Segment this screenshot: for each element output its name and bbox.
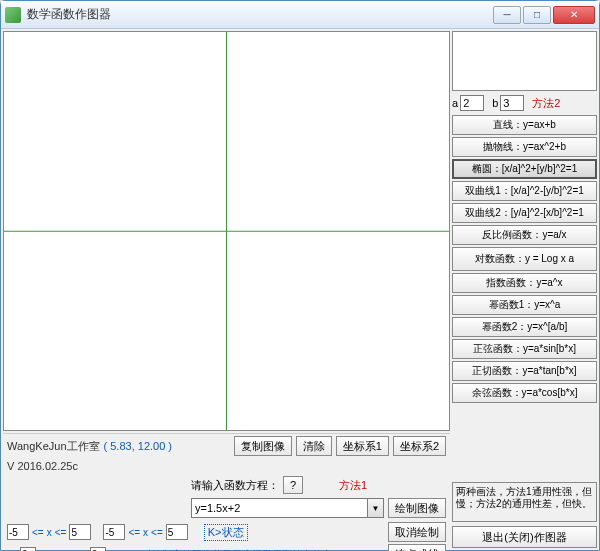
- app-icon: [5, 7, 21, 23]
- formula-input[interactable]: [191, 498, 368, 518]
- window-title: 数学函数作图器: [27, 6, 491, 23]
- coord1-button[interactable]: 坐标系1: [336, 436, 389, 456]
- formula-combobox[interactable]: ▼: [191, 498, 384, 518]
- version-label: V 2016.02.25c: [7, 460, 78, 472]
- method1-label: 方法1: [339, 478, 367, 493]
- fn-power2-button[interactable]: 幂函数2：y=x^[a/b]: [452, 317, 597, 337]
- b-input[interactable]: [500, 95, 524, 111]
- x-hi-input[interactable]: [69, 524, 91, 540]
- cancel-draw-button[interactable]: 取消绘制: [388, 522, 446, 542]
- method2-label: 方法2: [532, 96, 560, 111]
- fn-tan-button[interactable]: 正切函数：y=a*tan[b*x]: [452, 361, 597, 381]
- preview-box: [452, 31, 597, 91]
- workshop-label: WangKeJun工作室: [7, 439, 100, 454]
- method-description: 两种画法，方法1通用性强，但慢；方法2的通用性差，但快。: [452, 482, 597, 522]
- titlebar: 数学函数作图器 ─ □ ✕: [1, 1, 599, 29]
- x-lo-input[interactable]: [7, 524, 29, 540]
- fn-sin-button[interactable]: 正弦函数：y=a*sin[b*x]: [452, 339, 597, 359]
- coord2-button[interactable]: 坐标系2: [393, 436, 446, 456]
- cursor-coords: ( 5.83, 12.00 ): [104, 440, 173, 452]
- y-lo-input[interactable]: [103, 524, 125, 540]
- le-icon: <=: [32, 527, 44, 538]
- y-var: x: [143, 527, 148, 538]
- connect-dots-button[interactable]: 连点成线: [388, 544, 446, 551]
- fn-cos-button[interactable]: 余弦函数：y=a*cos[b*x]: [452, 383, 597, 403]
- fn-power1-button[interactable]: 幂函数1：y=x^a: [452, 295, 597, 315]
- fn-hyperbola2-button[interactable]: 双曲线2：[y/a]^2-[x/b]^2=1: [452, 203, 597, 223]
- plot-canvas[interactable]: [3, 31, 450, 431]
- help-button[interactable]: ?: [283, 476, 303, 494]
- exit-button[interactable]: 退出(关闭)作图器: [452, 526, 597, 548]
- le-icon: <=: [55, 527, 67, 538]
- formula-dropdown-icon[interactable]: ▼: [368, 498, 384, 518]
- le-icon: <=: [128, 527, 140, 538]
- fn-inverse-button[interactable]: 反比例函数：y=a/x: [452, 225, 597, 245]
- fn-line-button[interactable]: 直线：y=ax+b: [452, 115, 597, 135]
- fn-ellipse-button[interactable]: 椭圆：[x/a]^2+[y/b]^2=1: [452, 159, 597, 179]
- status-indicator: K>状态: [204, 524, 248, 541]
- fn-log-button[interactable]: 对数函数：y = Log x a: [452, 247, 597, 271]
- a-input[interactable]: [460, 95, 484, 111]
- formula-label: 请输入函数方程：: [191, 478, 279, 493]
- maximize-button[interactable]: □: [523, 6, 551, 24]
- y-hi-input[interactable]: [166, 524, 188, 540]
- le-icon: <=: [151, 527, 163, 538]
- fn-exp-button[interactable]: 指数函数：y=a^x: [452, 273, 597, 293]
- x-var: x: [47, 527, 52, 538]
- fn-hyperbola1-button[interactable]: 双曲线1：[x/a]^2-[y/b]^2=1: [452, 181, 597, 201]
- fn-parabola-button[interactable]: 抛物线：y=ax^2+b: [452, 137, 597, 157]
- a-label: a: [452, 97, 458, 109]
- draw-button[interactable]: 绘制图像: [388, 498, 446, 518]
- t-hi-input[interactable]: [90, 547, 106, 551]
- close-button[interactable]: ✕: [553, 6, 595, 24]
- t-lo-input[interactable]: [20, 547, 36, 551]
- copy-image-button[interactable]: 复制图像: [234, 436, 292, 456]
- minimize-button[interactable]: ─: [493, 6, 521, 24]
- clear-button[interactable]: 清除: [296, 436, 332, 456]
- b-label: b: [492, 97, 498, 109]
- app-window: 数学函数作图器 ─ □ ✕ WangKeJun工作室 ( 5.83, 12.00…: [0, 0, 600, 551]
